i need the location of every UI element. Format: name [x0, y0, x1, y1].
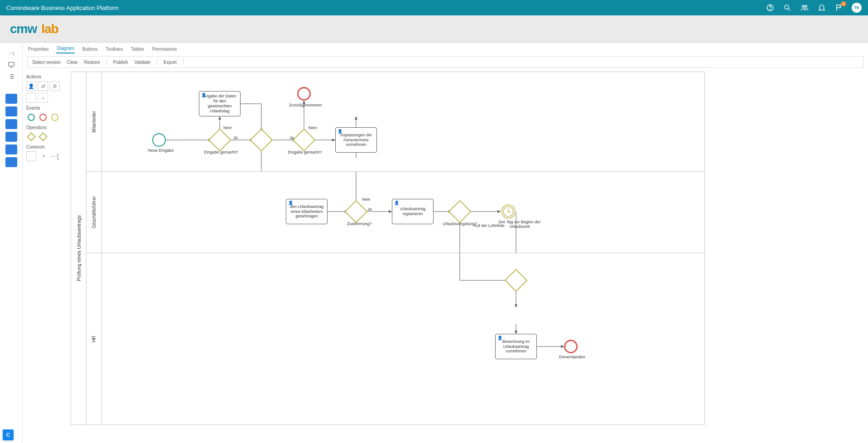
- gw-eingabe2[interactable]: [293, 129, 316, 152]
- tb-restore[interactable]: Restore: [84, 60, 100, 65]
- lane-label-3[interactable]: HR: [87, 253, 102, 424]
- gw1-label: Eingabe gemacht?: [201, 150, 241, 154]
- palette-script-task-icon[interactable]: ⇄: [38, 81, 48, 91]
- bpmn-canvas[interactable]: Prüfung eines Urlaubsantrags Mitarbeiter: [71, 72, 705, 425]
- tab-tables[interactable]: Tables: [130, 45, 145, 53]
- lane-label-2[interactable]: Geschäftsführer: [87, 172, 102, 253]
- palette-start-event-icon[interactable]: [26, 112, 36, 122]
- element-palette: Actions 👤 ⇄ ⚙ ＋ Events Operators: [23, 68, 67, 443]
- end-ok[interactable]: [564, 340, 578, 353]
- task-registrieren[interactable]: 👤Urlaubsantrag registrieren: [392, 199, 434, 224]
- user-icon: 👤: [288, 201, 293, 206]
- tab-buttons[interactable]: Buttons: [81, 45, 98, 53]
- timer-event[interactable]: [501, 204, 516, 219]
- task-anpass[interactable]: 👤Anpassungen der Ferientermine vornehmen: [335, 127, 377, 153]
- svg-point-1: [770, 9, 770, 10]
- lane-gfuehrer[interactable]: Geschäftsführer 👤den Ur: [87, 172, 704, 253]
- tb-clear[interactable]: Clear: [67, 60, 78, 65]
- gw-eingabe1[interactable]: [208, 129, 231, 152]
- user-icon: 👤: [338, 129, 342, 134]
- lane-label-1[interactable]: Mitarbeiter: [87, 72, 102, 171]
- tb-sep: [183, 59, 183, 65]
- timer-label: Der Tag vor Beginn der Urlaubszeit: [492, 220, 547, 229]
- palette-group-common: Common: [26, 144, 63, 149]
- side-btn-2[interactable]: [5, 106, 17, 116]
- tab-properties[interactable]: Properties: [27, 45, 50, 53]
- side-btn-3[interactable]: [5, 119, 17, 129]
- topbar-icons: 4 TK: [766, 3, 862, 13]
- tb-export[interactable]: Export: [164, 60, 177, 65]
- svg-point-4: [805, 5, 807, 8]
- tab-toolbars[interactable]: Toolbars: [105, 45, 124, 53]
- tab-permissions[interactable]: Permissions: [151, 45, 178, 53]
- left-rail: →|: [0, 43, 23, 443]
- logo-part2: lab: [41, 22, 58, 36]
- gw-zust-no: Nein: [362, 197, 371, 202]
- side-btn-6[interactable]: [5, 157, 17, 167]
- canvas-scroll[interactable]: Prüfung eines Urlaubsantrags Mitarbeiter: [67, 68, 868, 443]
- lane-hr[interactable]: HR 👤Berechnung im Urlaubsantrag vornehme…: [87, 253, 704, 424]
- task-genehm[interactable]: 👤den Urlaubsantrag eines Mitarbeiters ge…: [286, 199, 328, 224]
- tb-select-version[interactable]: Select version: [32, 60, 61, 65]
- pool-label[interactable]: Prüfung eines Urlaubsantrags: [71, 72, 87, 424]
- search-icon[interactable]: [783, 3, 792, 12]
- palette-task-icon[interactable]: [26, 93, 36, 103]
- palette-timer-event-icon[interactable]: [50, 112, 60, 122]
- gw-verguetung[interactable]: [448, 200, 472, 223]
- monitor-icon[interactable]: [5, 60, 18, 70]
- users-icon[interactable]: [800, 3, 809, 12]
- side-btn-1[interactable]: [5, 94, 17, 104]
- tb-validate[interactable]: Validate: [135, 60, 150, 65]
- app-launcher-icon[interactable]: C: [3, 429, 14, 440]
- side-btn-5[interactable]: [5, 144, 17, 154]
- svg-point-2: [785, 5, 789, 9]
- lane-mitarbeiter[interactable]: Mitarbeiter: [87, 72, 704, 172]
- logo-part1: cmw: [10, 22, 37, 36]
- list-icon[interactable]: [5, 72, 18, 82]
- gw-zust-label: Zustimmung?: [341, 222, 377, 226]
- palette-group-operators: Operators: [26, 125, 63, 130]
- svg-rect-5: [9, 63, 14, 66]
- side-btn-4[interactable]: [5, 132, 17, 142]
- palette-add-icon[interactable]: ＋: [38, 93, 48, 103]
- gw-merge-hr[interactable]: [505, 269, 528, 292]
- user-avatar[interactable]: TK: [852, 3, 862, 13]
- palette-pool-icon[interactable]: ⋯[: [50, 151, 60, 161]
- end-zurueck-label: Zurückgenommen: [285, 103, 326, 107]
- svg-point-3: [802, 5, 805, 8]
- palette-service-task-icon[interactable]: ⚙: [50, 81, 60, 91]
- task-berechnung[interactable]: 👤Berechnung im Urlaubsantrag vornehmen: [495, 334, 537, 359]
- gw3-yes: Ja: [289, 135, 294, 140]
- tab-diagram[interactable]: Diagram: [56, 44, 75, 53]
- palette-group-events: Events: [26, 106, 63, 111]
- start-event[interactable]: [152, 133, 166, 147]
- palette-user-task-icon[interactable]: 👤: [26, 81, 36, 91]
- diagram-toolbar: Select version Clear Restore Publish Val…: [27, 56, 863, 68]
- flows-lane3: [102, 253, 704, 424]
- flag-icon[interactable]: 4: [834, 3, 844, 12]
- tab-bar: Properties Diagram Buttons Toolbars Tabl…: [23, 43, 868, 53]
- top-bar: Comindware Business Application Platform…: [0, 0, 868, 15]
- palette-lane-icon[interactable]: [26, 151, 36, 161]
- user-icon: 👤: [394, 201, 399, 206]
- collapse-icon[interactable]: →|: [5, 48, 18, 58]
- task-angabe[interactable]: 👤Angabe der Daten für den gewünschten Ur…: [199, 91, 241, 116]
- gw-zustimmung[interactable]: [345, 200, 368, 223]
- palette-gateway-icon[interactable]: [26, 132, 36, 142]
- user-icon: 👤: [497, 336, 502, 341]
- palette-gateway-plus-icon[interactable]: [38, 132, 48, 142]
- gw-zust-yes: Ja: [367, 207, 372, 212]
- tb-sep: [106, 59, 107, 65]
- flows-lane1: [102, 72, 704, 171]
- tb-publish[interactable]: Publish: [113, 60, 128, 65]
- gw1-yes: Ja: [233, 135, 238, 140]
- palette-flow-icon[interactable]: ↗: [38, 151, 48, 161]
- end-zurueck[interactable]: [297, 87, 311, 101]
- notif-badge: 4: [841, 1, 846, 6]
- tb-sep: [157, 59, 157, 65]
- gw-merge1[interactable]: [250, 129, 273, 152]
- palette-end-event-icon[interactable]: [38, 112, 48, 122]
- gw3-label: Eingabe gemacht?: [283, 150, 327, 154]
- bell-icon[interactable]: [817, 3, 826, 12]
- help-icon[interactable]: [766, 3, 775, 12]
